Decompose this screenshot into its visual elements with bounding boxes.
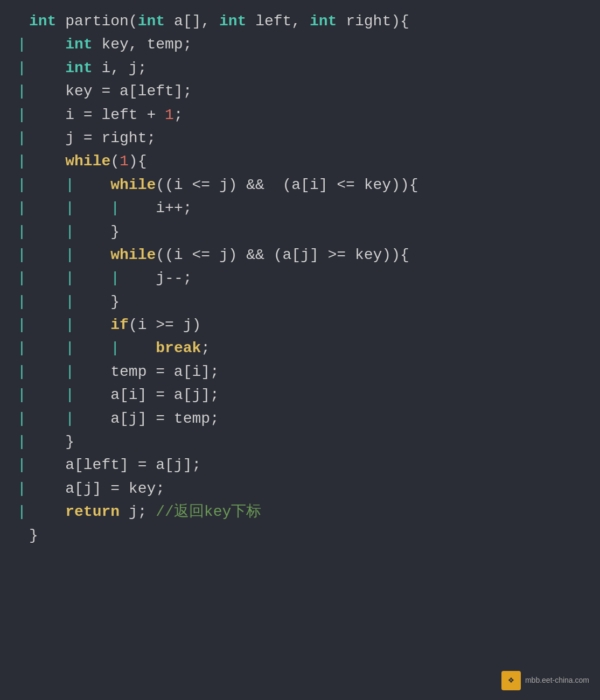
line-gutter: | xyxy=(17,127,27,150)
line-gutter: | xyxy=(17,477,27,500)
watermark-icon: ❖ xyxy=(501,671,521,690)
line-gutter: | xyxy=(17,500,27,523)
line-gutter: | xyxy=(17,290,27,313)
line-content: while(1){ xyxy=(29,150,587,173)
code-line: | | a[i] = a[j]; xyxy=(17,383,587,407)
code-line: } xyxy=(17,524,587,547)
code-line: | int key, temp; xyxy=(17,33,587,56)
code-line: | int i, j; xyxy=(17,57,587,80)
code-block: int partion(int a[], int left, int right… xyxy=(0,0,600,557)
code-line: | j = right; xyxy=(17,127,587,150)
line-content: } xyxy=(29,430,587,453)
code-line: | | } xyxy=(17,220,587,243)
code-line: int partion(int a[], int left, int right… xyxy=(17,10,587,33)
code-line: | | while((i <= j) && (a[i] <= key)){ xyxy=(17,173,587,197)
line-content: j = right; xyxy=(29,127,587,150)
line-content: | while((i <= j) && (a[i] <= key)){ xyxy=(29,173,587,197)
line-gutter: | xyxy=(17,197,27,220)
line-gutter: | xyxy=(17,243,27,267)
code-line: | a[j] = key; xyxy=(17,477,587,500)
line-content: i = left + 1; xyxy=(29,103,587,127)
line-content: int partion(int a[], int left, int right… xyxy=(29,10,587,33)
watermark: ❖ mbb.eet-china.com xyxy=(501,671,589,690)
code-line: | | } xyxy=(17,290,587,313)
code-line: | while(1){ xyxy=(17,150,587,173)
code-line: | return j; //返回key下标 xyxy=(17,500,587,523)
code-line: | | temp = a[i]; xyxy=(17,360,587,383)
line-gutter: | xyxy=(17,407,27,430)
line-content: key = a[left]; xyxy=(29,80,587,103)
line-gutter: | xyxy=(17,267,27,290)
line-content: | | i++; xyxy=(29,197,587,220)
watermark-text: mbb.eet-china.com xyxy=(525,675,589,687)
code-line: | | | j--; xyxy=(17,267,587,290)
line-content: | | break; xyxy=(29,337,587,360)
line-content: | } xyxy=(29,220,587,243)
line-content: | while((i <= j) && (a[j] >= key)){ xyxy=(29,243,587,267)
line-gutter: | xyxy=(17,430,27,453)
line-content: int key, temp; xyxy=(29,33,587,56)
code-line: | | if(i >= j) xyxy=(17,313,587,337)
line-content: a[j] = key; xyxy=(29,477,587,500)
line-gutter: | xyxy=(17,313,27,337)
line-gutter: | xyxy=(17,173,27,197)
code-line: | i = left + 1; xyxy=(17,103,587,127)
line-content: | if(i >= j) xyxy=(29,313,587,337)
line-content: | | j--; xyxy=(29,267,587,290)
line-gutter: | xyxy=(17,103,27,127)
line-gutter: | xyxy=(17,337,27,360)
code-line: | key = a[left]; xyxy=(17,80,587,103)
code-line: | } xyxy=(17,430,587,453)
code-line: | | | i++; xyxy=(17,197,587,220)
line-content: int i, j; xyxy=(29,57,587,80)
line-content: | a[i] = a[j]; xyxy=(29,383,587,407)
line-content: return j; //返回key下标 xyxy=(29,500,587,523)
code-line: | | a[j] = temp; xyxy=(17,407,587,430)
line-content: a[left] = a[j]; xyxy=(29,453,587,477)
line-gutter: | xyxy=(17,220,27,243)
code-line: | | while((i <= j) && (a[j] >= key)){ xyxy=(17,243,587,267)
line-content: | a[j] = temp; xyxy=(29,407,587,430)
line-gutter: | xyxy=(17,57,27,80)
line-gutter: | xyxy=(17,453,27,477)
line-gutter: | xyxy=(17,150,27,173)
code-line: | a[left] = a[j]; xyxy=(17,453,587,477)
line-gutter: | xyxy=(17,33,27,56)
line-gutter: | xyxy=(17,383,27,407)
line-content: | } xyxy=(29,290,587,313)
line-content: | temp = a[i]; xyxy=(29,360,587,383)
line-content: } xyxy=(29,524,587,547)
line-gutter: | xyxy=(17,80,27,103)
code-line: | | | break; xyxy=(17,337,587,360)
line-gutter: | xyxy=(17,360,27,383)
